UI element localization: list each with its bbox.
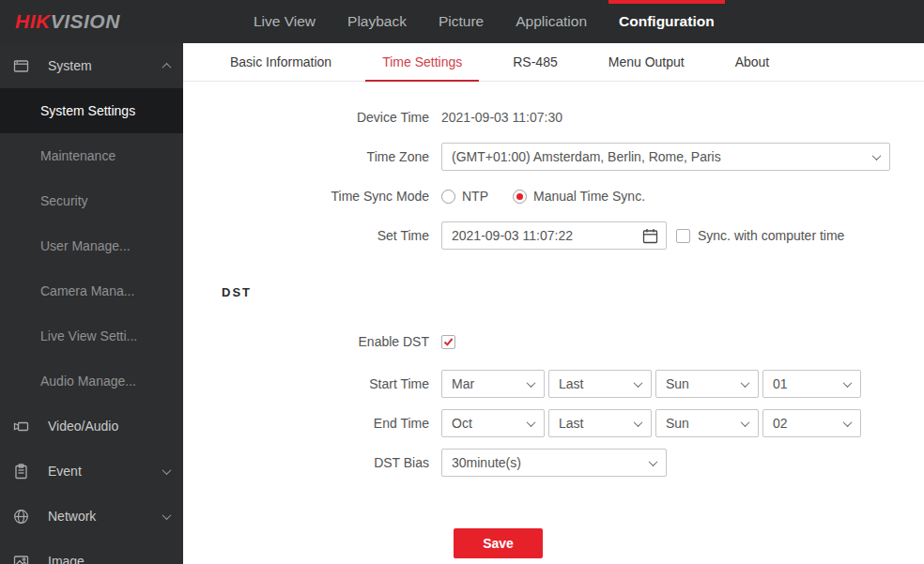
chevron-up-icon [162, 62, 172, 71]
end-day-value: Sun [666, 416, 734, 431]
calendar-icon[interactable] [642, 228, 658, 244]
enable-dst-checkbox[interactable] [441, 335, 455, 349]
sidebar-item-audio-management[interactable]: Audio Manage... [0, 358, 183, 404]
sidebar-item-label: User Manage... [40, 238, 131, 253]
sidebar-group-label: System [48, 58, 163, 73]
hikvision-logo: HIKVISION [0, 0, 183, 43]
nav-application[interactable]: Application [500, 0, 603, 43]
sidebar-group-network[interactable]: Network [0, 494, 183, 539]
dst-section-title: DST [222, 285, 924, 299]
chevron-down-icon [741, 378, 750, 388]
set-time-field [441, 221, 667, 250]
nav-playback[interactable]: Playback [331, 0, 423, 43]
start-hour-select[interactable]: 01 [762, 370, 861, 398]
time-sync-radio-group: NTP Manual Time Sync. [441, 189, 670, 204]
tab-basic-information[interactable]: Basic Information [205, 43, 357, 81]
sidebar-item-label: Maintenance [40, 148, 116, 163]
enable-dst-label: Enable DST [183, 334, 441, 349]
sidebar-group-label: Image [48, 554, 170, 564]
time-zone-row: Time Zone (GMT+01:00) Amsterdam, Berlin,… [183, 143, 924, 171]
device-time-value: 2021-09-03 11:07:30 [441, 110, 562, 125]
tab-about[interactable]: About [710, 43, 795, 81]
tab-rs485[interactable]: RS-485 [487, 43, 582, 81]
time-settings-form: Device Time 2021-09-03 11:07:30 Time Zon… [183, 82, 924, 558]
sidebar-item-system-settings[interactable]: System Settings [0, 88, 183, 133]
chevron-down-icon [527, 378, 536, 388]
tab-time-settings[interactable]: Time Settings [357, 43, 487, 81]
sidebar: System System Settings Maintenance Secur… [0, 43, 183, 564]
enable-dst-row: Enable DST [183, 328, 924, 356]
event-icon [13, 464, 29, 480]
nav-configuration[interactable]: Configuration [603, 0, 731, 43]
chevron-down-icon [741, 418, 750, 427]
chevron-down-icon [527, 418, 536, 427]
set-time-input[interactable] [452, 228, 638, 243]
nav-label: Live View [254, 13, 316, 30]
end-month-select[interactable]: Oct [441, 409, 545, 437]
topbar: HIKVISION Live View Playback Picture App… [0, 0, 924, 43]
video-audio-icon [13, 419, 29, 434]
end-week-select[interactable]: Last [548, 409, 652, 437]
tab-label: Basic Information [230, 54, 331, 69]
sidebar-item-camera-management[interactable]: Camera Mana... [0, 268, 183, 313]
ntp-radio-option[interactable]: NTP [441, 189, 488, 204]
sidebar-group-label: Video/Audio [48, 419, 170, 434]
start-time-label: Start Time [183, 376, 441, 391]
chevron-down-icon [634, 378, 643, 388]
sync-computer-option[interactable]: Sync. with computer time [676, 228, 844, 243]
time-zone-selected-value: (GMT+01:00) Amsterdam, Berlin, Rome, Par… [452, 149, 866, 164]
sidebar-item-label: System Settings [40, 103, 135, 118]
nav-label: Playback [347, 13, 407, 30]
sidebar-item-maintenance[interactable]: Maintenance [0, 133, 183, 178]
save-button[interactable]: Save [454, 528, 543, 558]
sidebar-group-system[interactable]: System [0, 43, 183, 88]
sync-computer-checkbox[interactable] [676, 229, 690, 243]
sidebar-item-live-view-settings[interactable]: Live View Setti... [0, 313, 183, 358]
nav-picture[interactable]: Picture [423, 0, 500, 43]
start-week-select[interactable]: Last [548, 370, 652, 398]
ntp-radio[interactable] [441, 190, 455, 204]
start-day-value: Sun [666, 376, 734, 391]
system-icon [13, 58, 29, 74]
tab-label: Menu Output [608, 54, 685, 69]
nav-label: Application [516, 13, 587, 30]
sidebar-group-event[interactable]: Event [0, 449, 183, 494]
end-hour-value: 02 [773, 416, 837, 431]
logo-vision: VISION [51, 10, 120, 33]
tab-label: RS-485 [513, 54, 557, 69]
time-sync-mode-label: Time Sync Mode [183, 189, 441, 204]
time-zone-select[interactable]: (GMT+01:00) Amsterdam, Berlin, Rome, Par… [441, 143, 890, 171]
chevron-down-icon [162, 465, 172, 475]
dst-bias-select[interactable]: 30minute(s) [441, 449, 667, 477]
time-zone-label: Time Zone [183, 149, 441, 164]
chevron-down-icon [634, 418, 643, 427]
sidebar-item-security[interactable]: Security [0, 178, 183, 223]
chevron-down-icon [162, 511, 172, 520]
start-month-value: Mar [452, 376, 520, 391]
start-month-select[interactable]: Mar [441, 370, 545, 398]
chevron-down-icon [872, 151, 882, 160]
chevron-down-icon [649, 457, 658, 466]
end-hour-select[interactable]: 02 [762, 409, 861, 437]
end-week-value: Last [559, 416, 627, 431]
sidebar-item-label: Security [40, 193, 88, 208]
settings-tabbar: Basic Information Time Settings RS-485 M… [183, 43, 924, 82]
device-time-label: Device Time [183, 110, 441, 125]
start-day-select[interactable]: Sun [655, 370, 759, 398]
end-day-select[interactable]: Sun [655, 409, 759, 437]
start-time-row: Start Time Mar Last Sun 01 [183, 370, 924, 398]
manual-time-sync-radio-option[interactable]: Manual Time Sync. [513, 189, 645, 204]
start-hour-value: 01 [773, 376, 837, 391]
sidebar-group-video-audio[interactable]: Video/Audio [0, 404, 183, 449]
sidebar-item-user-management[interactable]: User Manage... [0, 223, 183, 268]
end-time-row: End Time Oct Last Sun 02 [183, 409, 924, 437]
sidebar-group-image[interactable]: Image [0, 539, 183, 564]
image-icon [13, 554, 29, 564]
manual-time-sync-radio[interactable] [513, 190, 527, 204]
ntp-label: NTP [462, 189, 488, 204]
active-nav-indicator [608, 0, 725, 4]
tab-menu-output[interactable]: Menu Output [583, 43, 710, 81]
nav-live-view[interactable]: Live View [238, 0, 331, 43]
dst-bias-value: 30minute(s) [452, 455, 642, 470]
chevron-down-icon [843, 378, 853, 388]
